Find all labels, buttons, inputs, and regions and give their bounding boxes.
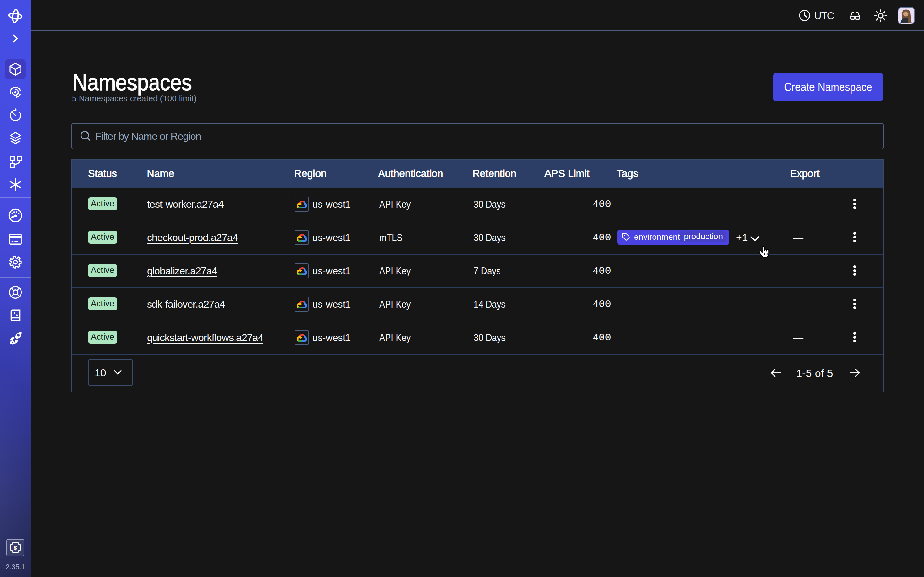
svg-text:$: $ (14, 544, 17, 551)
